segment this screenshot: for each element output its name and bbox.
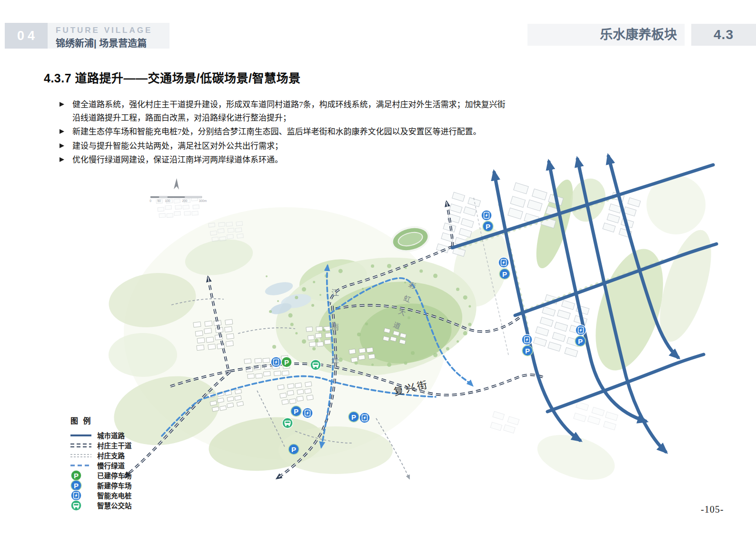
legend-item-city-road: 城市道路	[70, 430, 161, 440]
new-parking-icon	[288, 444, 299, 454]
new-parking-icon	[575, 336, 586, 346]
charging-pile-icon	[522, 334, 532, 345]
header-title-chinese: 锦绣新浦| 场景营造篇	[56, 36, 147, 50]
legend-item-village-main: 村庄主干道	[70, 440, 161, 450]
list-item: 优化慢行绿道网建设，保证沿江南垟河两岸绿道体系环通。	[60, 153, 511, 167]
bullet-arrow-icon	[60, 140, 72, 153]
header-title-english: FUTURE VILLAGE	[56, 26, 152, 35]
legend-label: 智能充电桩	[97, 490, 132, 500]
legend-label: 已建停车场	[97, 470, 132, 480]
page-title: 4.3.7 道路提升——交通场景/低碳场景/智慧场景	[44, 69, 300, 86]
new-parking-icon	[483, 221, 493, 232]
bullet-text: 建设与提升智能公共站两处，满足社区对外公共出行需求；	[72, 140, 283, 153]
bullet-arrow-icon	[60, 153, 72, 167]
legend-label: 智慧公交站	[97, 500, 132, 510]
charging-pile-icon	[359, 413, 370, 423]
legend-label: 慢行绿道	[97, 460, 125, 470]
page-number: -105-	[701, 504, 724, 515]
legend-label: 村庄支路	[97, 450, 125, 460]
legend-item-greenway: 慢行绿道	[70, 460, 161, 470]
bullet-arrow-icon	[60, 125, 72, 139]
legend-item-village-branch: 村庄支路	[70, 450, 161, 460]
scale-tick: 300m	[199, 199, 207, 202]
new-parking-icon	[499, 269, 510, 279]
city-road-swatch	[70, 434, 93, 436]
smart-bus-stop-icon	[282, 418, 293, 428]
list-item: 健全道路系统，强化村庄主干道提升建设，形成双车道同村道路7条，构成环线系统，满足…	[60, 98, 511, 125]
legend-item-new-parking: 新建停车场	[70, 480, 161, 490]
village-branch-road-swatch	[70, 453, 93, 458]
legend-label: 村庄主干道	[97, 440, 132, 450]
greenway-swatch	[70, 464, 93, 467]
charging-pile-icon	[302, 408, 313, 418]
list-item: 新建生态停车场和智能充电桩7处，分别结合梦江南生态园、监后垟老街和水韵康养文化园…	[60, 125, 511, 139]
smart-bus-stop-icon	[310, 360, 321, 370]
legend-title: 图 例	[70, 414, 161, 426]
legend-label: 新建停车场	[97, 480, 132, 490]
scale-tick: 0	[149, 199, 151, 202]
legend-label: 城市道路	[97, 430, 125, 440]
legend-item-existing-parking: 已建停车场	[70, 470, 161, 480]
charging-pile-icon	[498, 257, 509, 268]
list-item: 建设与提升智能公共站两处，满足社区对外公共出行需求；	[60, 140, 511, 153]
scale-tick: 200	[182, 199, 188, 202]
chapter-number-badge: 04	[5, 23, 48, 49]
bullet-text: 新建生态停车场和智能充电桩7处，分别结合梦江南生态园、监后垟老街和水韵康养文化园…	[72, 125, 481, 139]
charging-pile-icon	[576, 325, 586, 335]
section-number-badge: 4.3	[691, 24, 756, 46]
scale-tick: 100	[165, 199, 170, 202]
legend: 图 例 城市道路 村庄主干道 村庄支路 慢行绿道 已建停车场 新建停	[70, 414, 161, 510]
section-label: 乐水康养板块	[527, 24, 685, 46]
bullet-text: 优化慢行绿道网建设，保证沿江南垟河两岸绿道体系环通。	[72, 153, 283, 167]
bullet-list: 健全道路系统，强化村庄主干道提升建设，形成双车道同村道路7条，构成环线系统，满足…	[60, 98, 511, 167]
village-main-road-swatch	[70, 443, 93, 448]
new-parking-icon	[291, 406, 301, 416]
north-arrow-icon	[174, 178, 179, 190]
new-parking-icon	[348, 412, 359, 422]
document-page: { "header": { "chapter_number": "04", "t…	[0, 0, 756, 535]
legend-item-bus-stop: 智慧公交站	[70, 500, 161, 510]
new-parking-icon	[522, 345, 533, 356]
smart-bus-stop-icon	[70, 500, 93, 511]
bullet-text: 健全道路系统，强化村庄主干道提升建设，形成双车道同村道路7条，构成环线系统，满足…	[72, 98, 511, 125]
charging-pile-icon	[271, 357, 281, 367]
legend-item-charging: 智能充电桩	[70, 490, 161, 500]
charging-pile-icon	[481, 210, 492, 221]
bullet-arrow-icon	[60, 98, 72, 125]
scale-tick: 50	[157, 199, 161, 202]
existing-parking-icon	[281, 357, 292, 367]
